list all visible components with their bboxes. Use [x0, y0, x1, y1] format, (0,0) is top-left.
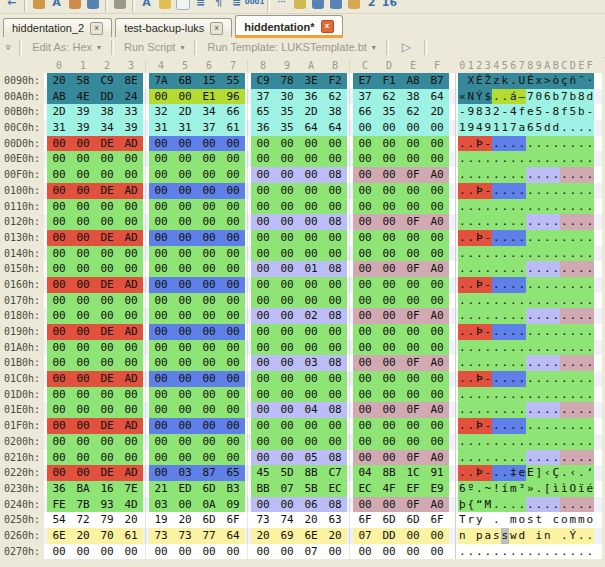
hex-byte-cell[interactable]: 00 — [47, 450, 71, 466]
hex-byte-cell[interactable]: 00 — [353, 183, 377, 199]
ascii-char-cell[interactable]: . — [560, 246, 569, 262]
hex-byte-cell[interactable]: 00 — [71, 450, 95, 466]
ascii-char-cell[interactable]: . — [458, 230, 467, 246]
hex-byte-cell[interactable]: 00 — [401, 528, 425, 544]
hex-byte-cell[interactable]: 2D — [299, 104, 323, 120]
hex-byte-cell[interactable]: 35 — [275, 120, 299, 136]
hex-byte-cell[interactable]: 00 — [221, 355, 245, 371]
ascii-char-cell[interactable]: . — [569, 387, 578, 403]
ascii-char-cell[interactable]: . — [475, 340, 484, 356]
ascii-char-cell[interactable]: . — [458, 214, 467, 230]
hex-byte-cell[interactable]: 00 — [197, 402, 221, 418]
hex-byte-cell[interactable]: A0 — [425, 214, 449, 230]
hex-byte-cell[interactable]: 02 — [299, 308, 323, 324]
hex-byte-cell[interactable]: 00 — [197, 340, 221, 356]
ascii-char-cell[interactable]: . — [569, 402, 578, 418]
ascii-char-cell[interactable]: . — [526, 355, 535, 371]
hex-byte-cell[interactable]: 00 — [197, 371, 221, 387]
ascii-char-cell[interactable]: m — [569, 512, 578, 528]
ascii-char-cell[interactable]: . — [518, 246, 527, 262]
ascii-char-cell[interactable] — [467, 528, 476, 544]
hex-byte-cell[interactable]: 00 — [425, 340, 449, 356]
hex-byte-cell[interactable]: 00 — [401, 293, 425, 309]
hex-byte-cell[interactable]: 07 — [353, 528, 377, 544]
ascii-char-cell[interactable]: . — [560, 167, 569, 183]
tab-close-icon[interactable]: x — [90, 22, 103, 35]
ascii-char-cell[interactable]: . — [484, 199, 493, 215]
hex-byte-cell[interactable]: E1 — [197, 89, 221, 105]
ascii-char-cell[interactable]: . — [560, 434, 569, 450]
ascii-char-cell[interactable]: X — [467, 73, 476, 89]
ruler-icon[interactable] — [346, 0, 361, 12]
hex-byte-cell[interactable]: 00 — [95, 167, 119, 183]
hex-byte-cell[interactable]: 00 — [401, 151, 425, 167]
hex-byte-cell[interactable]: 6D — [377, 512, 401, 528]
ascii-char-cell[interactable]: . — [467, 246, 476, 262]
hex-byte-cell[interactable]: 00 — [95, 402, 119, 418]
ascii-char-cell[interactable]: b — [569, 89, 578, 105]
ascii-char-cell[interactable]: . — [586, 261, 595, 277]
ascii-char-cell[interactable]: . — [535, 418, 544, 434]
ascii-char-cell[interactable]: 7 — [509, 120, 518, 136]
ascii-char-cell[interactable]: . — [535, 277, 544, 293]
hex-byte-cell[interactable]: 8E — [119, 73, 143, 89]
hex-byte-cell[interactable]: 00 — [377, 340, 401, 356]
hex-byte-cell[interactable]: 00 — [425, 418, 449, 434]
hex-byte-cell[interactable]: 00 — [71, 387, 95, 403]
hex-byte-cell[interactable]: 00 — [251, 246, 275, 262]
ascii-char-cell[interactable]: . — [526, 387, 535, 403]
hex-byte-cell[interactable]: 00 — [197, 136, 221, 152]
ascii-char-cell[interactable]: . — [552, 497, 561, 513]
hex-byte-cell[interactable]: 20 — [71, 528, 95, 544]
ascii-char-cell[interactable]: . — [552, 214, 561, 230]
hex-byte-cell[interactable]: 00 — [377, 387, 401, 403]
hex-byte-cell[interactable]: 08 — [323, 167, 347, 183]
hex-byte-cell[interactable]: 00 — [221, 340, 245, 356]
hex-byte-cell[interactable]: 00 — [197, 214, 221, 230]
hex-byte-cell[interactable]: 00 — [173, 293, 197, 309]
ascii-char-cell[interactable]: . — [526, 371, 535, 387]
hex-byte-cell[interactable]: 00 — [119, 402, 143, 418]
ascii-char-cell[interactable]: . — [509, 355, 518, 371]
ascii-char-cell[interactable]: . — [467, 230, 476, 246]
hex-byte-cell[interactable]: 34 — [95, 120, 119, 136]
ascii-char-cell[interactable]: . — [458, 246, 467, 262]
ascii-char-cell[interactable]: . — [509, 246, 518, 262]
hex-byte-cell[interactable]: 00 — [95, 151, 119, 167]
hex-byte-cell[interactable]: AD — [119, 136, 143, 152]
ascii-char-cell[interactable]: . — [586, 387, 595, 403]
hex-byte-cell[interactable]: 00 — [173, 246, 197, 262]
ascii-char-cell[interactable]: . — [458, 434, 467, 450]
hex-byte-cell[interactable]: 00 — [173, 308, 197, 324]
ascii-char-cell[interactable]: Þ — [475, 183, 484, 199]
ascii-char-cell[interactable]: . — [569, 277, 578, 293]
ascii-char-cell[interactable]: Þ — [475, 277, 484, 293]
ascii-char-cell[interactable]: . — [509, 387, 518, 403]
ascii-char-cell[interactable]: . — [552, 355, 561, 371]
ascii-char-cell[interactable]: . — [577, 371, 586, 387]
hex-byte-cell[interactable]: 00 — [353, 418, 377, 434]
hex-byte-cell[interactable]: AD — [119, 418, 143, 434]
hex-byte-cell[interactable]: 00 — [299, 246, 323, 262]
hex-byte-cell[interactable]: 00 — [119, 434, 143, 450]
ascii-char-cell[interactable]: n — [543, 528, 552, 544]
ascii-char-cell[interactable]: . — [492, 465, 501, 481]
ascii-char-cell[interactable]: ï — [577, 481, 586, 497]
ascii-char-cell[interactable]: - — [484, 465, 493, 481]
hex-byte-cell[interactable]: 8B — [299, 465, 323, 481]
ascii-char-cell[interactable]: . — [492, 450, 501, 466]
ascii-char-cell[interactable]: . — [509, 199, 518, 215]
ascii-char-cell[interactable]: . — [535, 293, 544, 309]
ascii-char-cell[interactable]: . — [569, 246, 578, 262]
hex-byte-cell[interactable]: 00 — [197, 151, 221, 167]
hex-byte-cell[interactable]: B3 — [221, 481, 245, 497]
hex-byte-cell[interactable]: 0F — [401, 261, 425, 277]
hex-byte-cell[interactable]: 00 — [299, 434, 323, 450]
ascii-char-cell[interactable]: . — [509, 277, 518, 293]
hex-byte-cell[interactable]: 00 — [377, 167, 401, 183]
hex-byte-cell[interactable]: 00 — [197, 387, 221, 403]
ascii-char-cell[interactable]: ! — [492, 481, 501, 497]
ascii-char-cell[interactable]: . — [458, 167, 467, 183]
ascii-char-cell[interactable]: . — [492, 246, 501, 262]
hex-byte-cell[interactable]: 00 — [221, 230, 245, 246]
